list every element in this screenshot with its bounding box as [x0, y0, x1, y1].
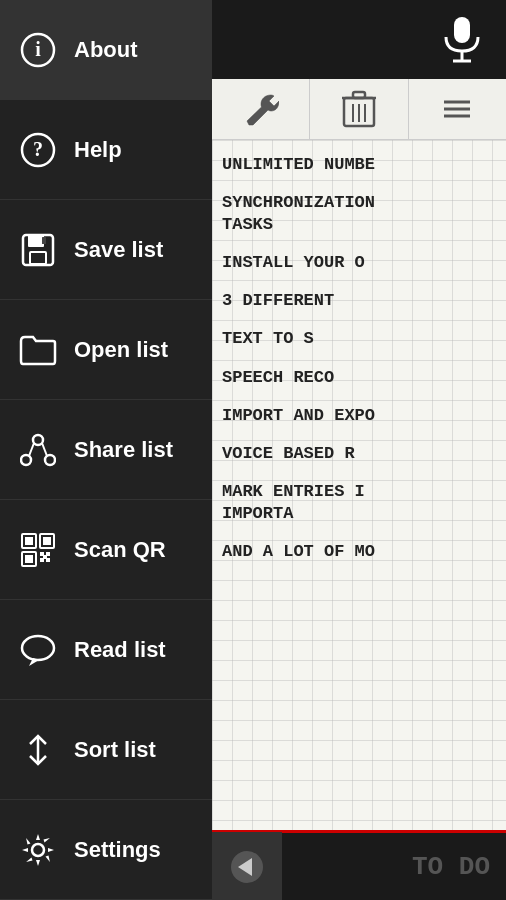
top-bar	[212, 0, 506, 80]
sidebar-item-help[interactable]: ? Help	[0, 100, 212, 200]
floppy-icon	[16, 228, 60, 272]
sidebar-item-scan-qr[interactable]: Scan QR	[0, 500, 212, 600]
list-item: VOICE BASED R	[218, 437, 500, 471]
toolbar	[212, 80, 506, 140]
svg-rect-5	[28, 235, 44, 247]
sidebar-item-save-list[interactable]: Save list	[0, 200, 212, 300]
svg-line-12	[42, 443, 47, 456]
list-item: INSTALL YOUR O	[218, 246, 500, 280]
svg-rect-28	[454, 17, 470, 43]
svg-point-24	[22, 636, 54, 660]
svg-rect-7	[42, 237, 46, 244]
trash-button[interactable]	[310, 79, 408, 139]
sidebar: i About ? Help Save list	[0, 0, 212, 900]
back-button[interactable]	[212, 832, 282, 901]
svg-line-11	[29, 443, 34, 456]
sidebar-item-label: Save list	[74, 237, 163, 263]
svg-point-27	[32, 844, 44, 856]
bubble-icon	[16, 628, 60, 672]
sidebar-item-open-list[interactable]: Open list	[0, 300, 212, 400]
qr-icon	[16, 528, 60, 572]
sidebar-item-label: Share list	[74, 437, 173, 463]
svg-rect-23	[43, 555, 47, 559]
todo-label: TO DO	[282, 852, 506, 882]
extra-button[interactable]	[409, 79, 506, 139]
svg-point-10	[45, 455, 55, 465]
list-item: TEXT TO S	[218, 322, 500, 356]
mic-button[interactable]	[434, 12, 490, 68]
sidebar-item-about[interactable]: i About	[0, 0, 212, 100]
list-item: 3 DIFFERENT	[218, 284, 500, 318]
sidebar-item-label: Open list	[74, 337, 168, 363]
folder-icon	[16, 328, 60, 372]
sidebar-item-label: Read list	[74, 637, 166, 663]
info-icon: i	[16, 28, 60, 72]
list-item: AND A LOT OF MO	[218, 535, 500, 569]
sidebar-item-label: Sort list	[74, 737, 156, 763]
sidebar-item-sort-list[interactable]: Sort list	[0, 700, 212, 800]
sidebar-item-share-list[interactable]: Share list	[0, 400, 212, 500]
question-icon: ?	[16, 128, 60, 172]
sidebar-item-label: Settings	[74, 837, 161, 863]
list-item: UNLIMITED NUMBE	[218, 148, 500, 182]
sidebar-item-label: About	[74, 37, 138, 63]
list-item: SPEECH RECO	[218, 361, 500, 395]
svg-rect-14	[25, 537, 33, 545]
svg-rect-16	[43, 537, 51, 545]
svg-rect-33	[353, 92, 365, 98]
gear-icon	[16, 828, 60, 872]
share-icon	[16, 428, 60, 472]
svg-rect-18	[25, 555, 33, 563]
sidebar-item-label: Help	[74, 137, 122, 163]
sidebar-item-settings[interactable]: Settings	[0, 800, 212, 900]
svg-text:i: i	[35, 38, 41, 60]
list-item: SYNCHRONIZATIONTASKS	[218, 186, 500, 242]
content-list: UNLIMITED NUMBE SYNCHRONIZATIONTASKS INS…	[212, 140, 506, 830]
wrench-button[interactable]	[212, 79, 310, 139]
sort-icon	[16, 728, 60, 772]
list-item: MARK ENTRIES IIMPORTA	[218, 475, 500, 531]
sidebar-item-label: Scan QR	[74, 537, 166, 563]
bottom-bar: TO DO	[212, 830, 506, 900]
svg-point-9	[21, 455, 31, 465]
main-content: UNLIMITED NUMBE SYNCHRONIZATIONTASKS INS…	[212, 0, 506, 900]
sidebar-item-read-list[interactable]: Read list	[0, 600, 212, 700]
list-item: IMPORT AND EXPO	[218, 399, 500, 433]
svg-text:?: ?	[33, 138, 43, 160]
svg-rect-6	[30, 252, 46, 264]
